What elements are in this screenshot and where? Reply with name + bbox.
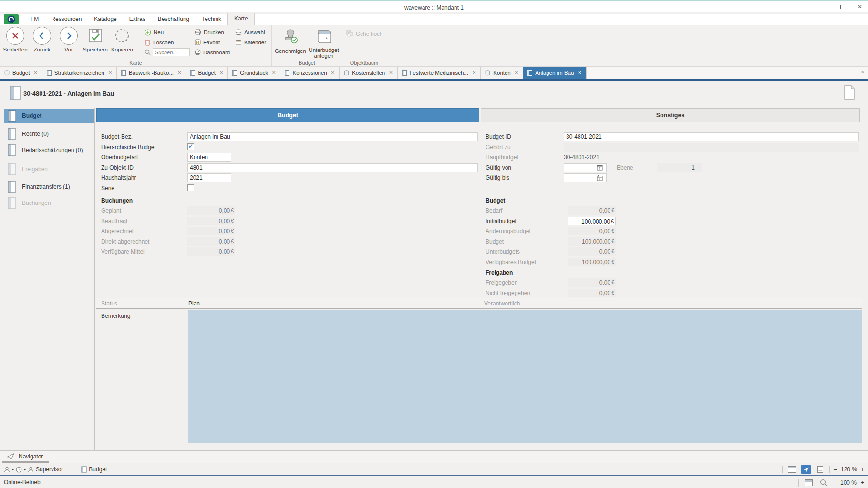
menu-item-kataloge[interactable]: Kataloge [88,14,123,25]
zoom-level: 120 % [841,466,857,473]
tab-budget-2[interactable]: Budget ✕ [186,67,228,79]
tabstrip-close-icon[interactable]: ✕ [861,70,865,75]
print-button[interactable]: Drucken [195,28,230,36]
tab-bauwerk[interactable]: Bauwerk -Bauko... ✕ [117,67,186,79]
budget-bez-input[interactable] [187,132,478,141]
serie-checkbox[interactable] [187,184,194,191]
tab-close-icon[interactable]: ✕ [108,70,112,75]
sidebar-item-bedarfsschaetzungen[interactable]: Bedarfsschätzungen (0) [4,143,94,157]
approve-button[interactable]: Genehmigen [275,29,306,54]
tab-konzessionen[interactable]: Konzessionen ✕ [280,67,340,79]
oberbudgetart-input[interactable] [187,153,231,162]
sidebar-item-rechte[interactable]: Rechte (0) [4,127,94,141]
sidebar-item-freigaben: Freigaben [4,162,94,176]
search-input[interactable] [153,48,190,56]
app-zoom-out-button[interactable]: – [833,479,836,486]
tab-close-icon[interactable]: ✕ [515,70,518,75]
gueltig-bis-input[interactable] [564,174,597,181]
close-icon[interactable]: ✕ [858,4,862,10]
bemerkung-label: Bemerkung [101,313,130,319]
zoom-in-button[interactable]: + [861,466,864,473]
selection-button[interactable]: Auswahl [235,28,266,36]
menu-item-karte[interactable]: Karte [227,13,255,25]
current-card-context: Budget [89,466,107,473]
navigator-view-button[interactable] [801,465,811,474]
delete-button[interactable]: Löschen [145,38,190,46]
tab-close-icon[interactable]: ✕ [33,70,37,75]
card-view-button[interactable] [803,478,814,487]
initialbudget-input[interactable]: 100.000,00€ [568,217,616,225]
tab-anlagen-im-bau[interactable]: Anlagen im Bau ✕ [523,67,587,79]
zoom-out-button[interactable]: – [834,466,837,473]
tab-grundstueck[interactable]: Grundstück ✕ [228,67,280,79]
create-subbudget-button[interactable]: Unterbudget anlegen [307,29,341,59]
menu-item-ressourcen[interactable]: Ressourcen [45,14,88,25]
tab-close-icon[interactable]: ✕ [389,70,393,75]
card-icon [8,144,16,156]
navigator-tab[interactable]: Navigator [7,453,43,460]
app-zoom-in-button[interactable]: + [861,479,864,486]
datepicker-calendar-icon[interactable]: 7 [597,164,603,171]
titlebar: waveware :: Mandant 1 – ✕ [0,0,868,12]
magnifier-icon[interactable] [818,478,828,487]
card-icon [8,128,16,140]
status-value[interactable]: Plan [188,300,200,307]
budget-section-header: Budget [481,195,860,206]
budget-id-input[interactable] [564,132,859,141]
back-button[interactable]: Zurück [29,27,55,52]
datepicker-calendar-icon[interactable]: 7 [597,175,603,181]
ribbon-group-karte: Schließen Zurück Vor [0,25,272,66]
trash-icon [145,39,151,46]
minimize-icon[interactable]: – [825,4,828,10]
tab-festwerte[interactable]: Festwerte Medizinisch... ✕ [398,67,481,79]
tab-close-icon[interactable]: ✕ [177,70,181,75]
sidebar-item-budget[interactable]: Budget [4,109,94,123]
tab-close-icon[interactable]: ✕ [578,70,581,75]
haushaltsjahr-input[interactable] [187,173,231,182]
sidebar-item-finanztransfers[interactable]: Finanztransfers (1) [4,180,94,194]
tab-strukturkennzeichen[interactable]: Strukturkennzeichen ✕ [42,67,117,79]
close-card-button[interactable]: Schließen [2,27,29,52]
database-icon [344,70,349,76]
card-icon [8,163,16,175]
tab-kostenstellen[interactable]: Kostenstellen ✕ [340,67,397,79]
ribbon-group-budget: Genehmigen Unterbudget anlegen Budget [272,25,342,66]
tab-budget-1[interactable]: Budget ✕ [0,67,42,79]
tab-close-icon[interactable]: ✕ [219,70,223,75]
hierarchische-budget-checkbox[interactable] [187,143,194,150]
field-budget-bez: Budget-Bez. [96,132,479,142]
favorite-button[interactable]: Favorit [195,38,230,46]
geplant-value: 0,00€ [187,206,235,215]
calendar-button[interactable]: Kalender [235,38,266,46]
document-view-button[interactable] [815,465,826,474]
database-icon [235,29,242,35]
tab-close-icon[interactable]: ✕ [331,70,335,75]
clock-icon[interactable] [16,467,22,473]
menu-item-extras[interactable]: Extras [123,14,152,25]
ribbon-group-label-karte: Karte [0,60,271,66]
tab-close-icon[interactable]: ✕ [272,70,276,75]
card-view-button[interactable] [786,465,797,474]
copy-button[interactable]: Kopieren [109,27,135,52]
menu-item-fm[interactable]: FM [24,14,45,25]
save-button[interactable]: Speichern [82,27,109,52]
bemerkung-textarea[interactable] [188,310,862,443]
database-icon [4,70,10,76]
new-button[interactable]: Neu [145,28,190,36]
user-icon[interactable] [28,467,34,473]
app-logo-icon[interactable] [4,14,19,24]
gueltig-von-field: 7 [564,163,607,172]
tab-konten[interactable]: Konten ✕ [481,67,523,79]
field-verfuegbare-mittel: Verfügbare Mittel 0,00€ [96,247,479,257]
menu-item-beschaffung[interactable]: Beschaffung [152,14,196,25]
zu-objekt-id-input[interactable] [187,163,478,172]
dashboard-button[interactable]: Dashboard [195,48,230,56]
new-document-icon[interactable] [844,85,855,100]
gueltig-von-input[interactable] [564,164,597,171]
forward-button[interactable]: Vor [55,27,82,52]
navigator-bar: Navigator [0,450,868,463]
menu-item-technik[interactable]: Technik [196,14,227,25]
tab-close-icon[interactable]: ✕ [472,70,476,75]
user-icon[interactable] [4,467,10,473]
maximize-icon[interactable] [840,5,845,9]
